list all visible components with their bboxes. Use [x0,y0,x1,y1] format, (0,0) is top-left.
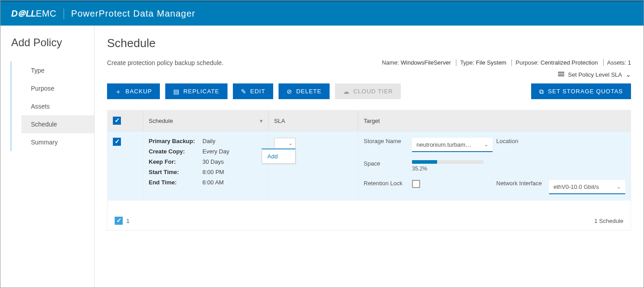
cloud-tier-label: CLOUD TIER [353,88,393,95]
copy-icon: ▤ [173,88,180,95]
meta-type-key: Type [460,59,472,66]
schedule-table: Schedule ▾ SLA Target Primary Backup:Dai… [107,110,631,231]
brand: D＠LLEMC PowerProtect Data Manager [11,8,195,20]
policy-level-sla-link[interactable]: Set Policy Level SLA ⌄ [107,71,631,78]
primary-backup-key: Primary Backup: [149,138,202,144]
create-copy-key: Create Copy: [149,148,202,155]
table-footer: 1 1 Schedule [107,211,631,230]
replicate-button[interactable]: ▤REPLICATE [165,83,227,99]
progress-bar [412,160,484,164]
storage-name-key: Storage Name [364,138,408,144]
page-subtitle: Create protection policy backup schedule… [107,59,223,66]
chevron-down-icon: ⌄ [626,71,631,78]
sidebar-item-schedule[interactable]: Schedule [21,115,94,133]
delete-label: DELETE [296,88,322,95]
main-content: Schedule Create protection policy backup… [94,26,644,288]
primary-backup-value: Daily [202,138,263,144]
filter-icon[interactable]: ▾ [260,118,263,124]
meta-name-key: Name [382,59,398,66]
keep-for-value: 30 Days [202,158,263,165]
row-checkbox[interactable] [113,138,121,146]
sidebar-item-summary[interactable]: Summary [21,133,94,151]
start-time-key: Start Time: [149,169,202,175]
sla-link-label: Set Policy Level SLA [568,71,622,78]
row-checkbox-cell [107,131,143,201]
end-time-value: 6:00 AM [202,179,263,186]
cloud-tier-button: ☁CLOUD TIER [335,83,401,99]
row-sla-cell: ⌄ Add [269,131,358,201]
space-indicator: 35.2% [412,160,493,172]
create-copy-value: Every Day [202,148,263,155]
sla-select[interactable]: ⌄ [274,138,296,149]
space-percent: 35.2% [412,166,493,172]
network-interface-select[interactable]: ethV0-10.0 Gbit/s ⌄ [549,180,625,194]
meta-name-value: WindowsFileServer [401,59,451,66]
header-target[interactable]: Target [358,110,631,131]
table-header: Schedule ▾ SLA Target [107,110,631,131]
page-title: Schedule [107,36,631,50]
brand-separator [64,9,64,19]
wizard-sidebar: Add Policy Type Purpose Assets Schedule … [0,26,94,288]
header-sla-label: SLA [274,118,285,124]
keep-for-key: Keep For: [149,158,202,165]
meta-assets-key: Assets [607,59,625,66]
network-interface-key: Network Interface [496,180,545,187]
end-time-key: End Time: [149,179,202,186]
pencil-icon: ✎ [241,88,247,95]
backup-button[interactable]: ＋BACKUP [107,83,160,99]
brand-emc: EMC [36,9,56,18]
sidebar-item-type[interactable]: Type [21,61,94,79]
meta-purpose-value: Centralized Protection [541,59,598,66]
app-name: PowerProtect Data Manager [71,9,195,19]
plus-icon: ＋ [115,88,122,95]
storage-name-value: neutronium.turbam… [416,141,471,148]
launch-icon: ⧉ [539,88,544,95]
header-schedule-label: Schedule [149,118,173,124]
header-schedule[interactable]: Schedule ▾ [143,110,269,131]
table-row[interactable]: Primary Backup:Daily Create Copy:Every D… [107,131,631,201]
chevron-down-icon: ⌄ [484,142,488,148]
meta-purpose-key: Purpose [515,59,537,66]
app-header: D＠LLEMC PowerProtect Data Manager [0,0,644,26]
storage-quotas-label: SET STORAGE QUOTAS [548,88,623,95]
chevron-down-icon: ⌄ [288,140,292,146]
retention-lock-key: Retention Lock [364,180,408,187]
row-target-cell: Storage Name neutronium.turbam… ⌄ Locati… [358,131,631,201]
policy-meta: Name: WindowsFileServer Type: File Syste… [382,59,631,66]
meta-type-value: File System [476,59,507,66]
cloud-icon: ☁ [343,88,350,95]
footer-selected-count: 1 [126,218,129,224]
brand-logo: D＠LLEMC [11,8,56,20]
sla-dropdown: Add [262,148,296,164]
brand-dell: D＠LL [11,9,36,18]
select-all-checkbox[interactable] [113,117,121,125]
no-icon: ⊘ [287,88,292,95]
header-target-label: Target [364,118,380,124]
table-spacer [107,201,631,211]
location-key: Location [496,138,545,144]
storage-name-select[interactable]: neutronium.turbam… ⌄ [412,138,493,152]
sla-option-add[interactable]: Add [262,149,295,163]
backup-label: BACKUP [125,88,152,95]
meta-assets-value: 1 [628,59,631,66]
start-time-value: 8:00 PM [202,169,263,175]
sidebar-item-purpose[interactable]: Purpose [21,79,94,97]
header-checkbox-cell [107,110,143,131]
delete-button[interactable]: ⊘DELETE [279,83,330,99]
footer-total: 1 Schedule [594,218,623,224]
chevron-down-icon: ⌄ [617,184,621,190]
network-interface-value: ethV0-10.0 Gbit/s [554,183,599,190]
sidebar-title: Add Policy [0,35,94,61]
toolbar: ＋BACKUP ▤REPLICATE ✎EDIT ⊘DELETE ☁CLOUD … [107,83,631,99]
header-sla[interactable]: SLA [269,110,358,131]
retention-lock-checkbox[interactable] [412,180,420,188]
replicate-label: REPLICATE [183,88,219,95]
footer-selected-checkbox[interactable] [115,217,123,225]
row-schedule-cell: Primary Backup:Daily Create Copy:Every D… [143,131,269,201]
set-storage-quotas-button[interactable]: ⧉SET STORAGE QUOTAS [531,83,631,99]
sidebar-item-assets[interactable]: Assets [21,97,94,115]
space-key: Space [364,160,408,167]
list-icon [558,72,564,77]
edit-button[interactable]: ✎EDIT [233,83,274,99]
edit-label: EDIT [250,88,266,95]
